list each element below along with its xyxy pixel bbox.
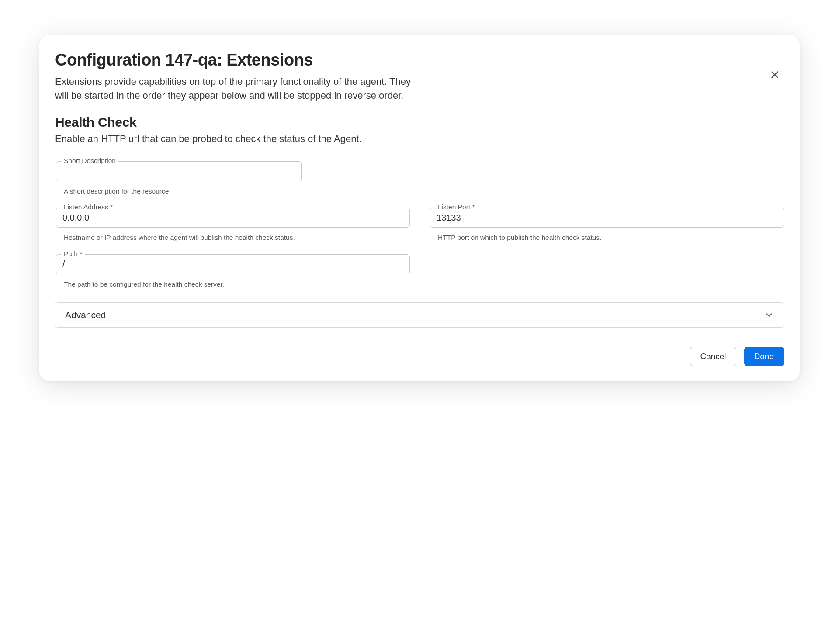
- extensions-dialog: Configuration 147-qa: Extensions Extensi…: [39, 35, 800, 381]
- listen-address-label: Listen Address *: [61, 204, 115, 211]
- path-label: Path *: [61, 250, 85, 257]
- input-wrap: Listen Port *: [430, 208, 784, 228]
- listen-address-helper: Hostname or IP address where the agent w…: [56, 233, 410, 242]
- dialog-subtitle: Extensions provide capabilities on top o…: [55, 75, 413, 103]
- input-wrap: Path *: [56, 254, 410, 274]
- path-input[interactable]: [56, 254, 410, 274]
- section-description: Enable an HTTP url that can be probed to…: [55, 133, 784, 145]
- short-description-helper: A short description for the resource: [56, 187, 302, 196]
- done-button[interactable]: Done: [744, 347, 784, 366]
- section-title: Health Check: [55, 115, 784, 130]
- field-listen-port: Listen Port * HTTP port on which to publ…: [430, 208, 784, 242]
- listen-port-input[interactable]: [430, 208, 784, 228]
- advanced-accordion[interactable]: Advanced: [55, 302, 784, 328]
- path-helper: The path to be configured for the health…: [56, 280, 410, 289]
- form-grid: Short Description A short description fo…: [55, 161, 784, 289]
- dialog-title: Configuration 147-qa: Extensions: [55, 51, 758, 69]
- listen-port-helper: HTTP port on which to publish the health…: [430, 233, 784, 242]
- close-icon: [770, 70, 780, 81]
- field-path: Path * The path to be configured for the…: [56, 254, 410, 289]
- short-description-label: Short Description: [61, 157, 118, 164]
- cancel-button[interactable]: Cancel: [690, 347, 736, 366]
- accordion-label: Advanced: [65, 310, 106, 320]
- chevron-down-icon: [764, 310, 774, 320]
- dialog-footer: Cancel Done: [55, 347, 784, 366]
- input-wrap: Listen Address *: [56, 208, 410, 228]
- field-short-description: Short Description A short description fo…: [56, 161, 302, 196]
- input-wrap: Short Description: [56, 161, 302, 181]
- dialog-header: Configuration 147-qa: Extensions Extensi…: [55, 51, 784, 103]
- listen-port-label: Listen Port *: [435, 204, 477, 211]
- field-listen-address: Listen Address * Hostname or IP address …: [56, 208, 410, 242]
- listen-address-input[interactable]: [56, 208, 410, 228]
- close-button[interactable]: [767, 67, 782, 83]
